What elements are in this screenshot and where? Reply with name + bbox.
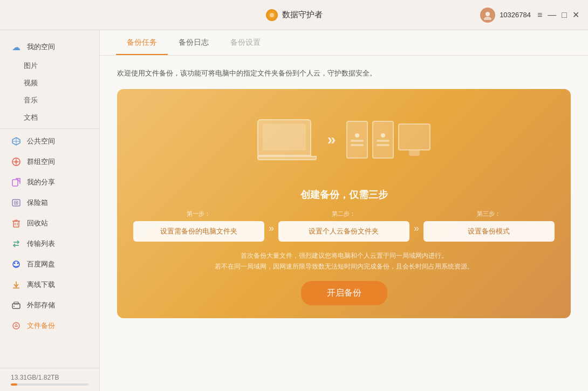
sidebar-item-external[interactable]: 外部存储 bbox=[0, 295, 99, 315]
sidebar-item-label: 公共空间 bbox=[27, 136, 55, 146]
sidebar-item-label: 群组空间 bbox=[27, 157, 55, 167]
welcome-text: 欢迎使用文件备份，该功能可将电脑中的指定文件夹备份到个人云，守护数据安全。 bbox=[117, 68, 571, 78]
tab-backup-settings[interactable]: 备份设置 bbox=[220, 30, 271, 55]
svg-point-15 bbox=[16, 202, 17, 204]
sidebar-item-label: 图片 bbox=[24, 61, 38, 71]
backup-banner: » bbox=[117, 89, 571, 318]
sidebar-item-safe[interactable]: 保险箱 bbox=[0, 193, 99, 213]
share-icon bbox=[11, 177, 22, 188]
content-body: 欢迎使用文件备份，该功能可将电脑中的指定文件夹备份到个人云，守护数据安全。 » bbox=[100, 56, 588, 391]
sidebar-item-label: 文件备份 bbox=[27, 321, 55, 331]
user-id: 10326784 bbox=[500, 11, 531, 19]
sidebar-item-videos[interactable]: 视频 bbox=[0, 74, 99, 92]
server-dot bbox=[355, 133, 359, 138]
group-icon bbox=[11, 156, 22, 167]
svg-rect-27 bbox=[14, 302, 18, 304]
banner-title: 创建备份，仅需三步 bbox=[133, 188, 555, 201]
steps-row: 第一步： 设置需备份的电脑文件夹 » 第二步： 设置个人云备份文件夹 » 第三步… bbox=[133, 210, 555, 242]
sidebar-item-pictures[interactable]: 图片 bbox=[0, 57, 99, 74]
svg-point-3 bbox=[484, 17, 491, 20]
svg-point-30 bbox=[15, 324, 17, 326]
backup-icon bbox=[11, 320, 22, 331]
svg-point-2 bbox=[486, 12, 490, 16]
avatar bbox=[480, 8, 495, 23]
sidebar: ☁ 我的空间 图片 视频 音乐 文档 公共空间 群组空间 bbox=[0, 30, 100, 391]
cloud-icon: ☁ bbox=[11, 42, 22, 52]
window-controls: ≡ — □ ✕ bbox=[537, 11, 579, 19]
external-icon bbox=[11, 300, 22, 311]
monitor-wrapper bbox=[398, 124, 430, 156]
step-1-button[interactable]: 设置需备份的电脑文件夹 bbox=[133, 221, 264, 242]
minimize-button[interactable]: — bbox=[548, 11, 556, 19]
start-backup-button[interactable]: 开启备份 bbox=[301, 281, 387, 305]
titlebar: 数据守护者 10326784 ≡ — □ ✕ bbox=[0, 0, 588, 30]
sidebar-item-label: 离线下载 bbox=[27, 280, 55, 290]
monitor-stand bbox=[409, 150, 420, 156]
tab-bar: 备份任务 备份日志 备份设置 bbox=[100, 30, 588, 56]
offline-icon bbox=[11, 279, 22, 290]
main-layout: ☁ 我的空间 图片 视频 音乐 文档 公共空间 群组空间 bbox=[0, 30, 588, 391]
public-icon bbox=[11, 136, 22, 147]
app-logo bbox=[266, 9, 278, 21]
step-2-label: 第二步： bbox=[278, 210, 409, 218]
step-3-button[interactable]: 设置备份模式 bbox=[423, 221, 555, 242]
app-title: 数据守护者 bbox=[282, 10, 323, 20]
step-3-label: 第三步： bbox=[423, 210, 555, 218]
sidebar-item-baidu[interactable]: 百度网盘 bbox=[0, 254, 99, 275]
close-button[interactable]: ✕ bbox=[572, 11, 579, 19]
sidebar-item-docs[interactable]: 文档 bbox=[0, 109, 99, 126]
sidebar-item-myspace[interactable]: ☁ 我的空间 bbox=[0, 37, 99, 57]
sidebar-item-label: 百度网盘 bbox=[27, 259, 55, 269]
sidebar-item-share[interactable]: 我的分享 bbox=[0, 172, 99, 193]
server-icon-2 bbox=[372, 121, 394, 159]
server-bar bbox=[377, 144, 389, 146]
sidebar-item-backup[interactable]: 文件备份 bbox=[0, 315, 99, 336]
transfer-icon bbox=[11, 238, 22, 249]
step-arrow-1: » bbox=[264, 210, 278, 234]
maximize-button[interactable]: □ bbox=[562, 11, 567, 19]
step-1-block: 第一步： 设置需备份的电脑文件夹 bbox=[133, 210, 264, 242]
sidebar-item-label: 外部存储 bbox=[27, 300, 55, 310]
sidebar-item-public[interactable]: 公共空间 bbox=[0, 131, 99, 152]
step-1-label: 第一步： bbox=[133, 210, 264, 218]
step-2-button[interactable]: 设置个人云备份文件夹 bbox=[278, 221, 409, 242]
svg-point-28 bbox=[13, 306, 15, 307]
sidebar-divider bbox=[0, 128, 99, 129]
laptop-screen bbox=[263, 124, 306, 150]
server-icon-1 bbox=[346, 121, 368, 159]
sidebar-item-music[interactable]: 音乐 bbox=[0, 92, 99, 109]
safe-icon bbox=[11, 197, 22, 208]
monitor-icon bbox=[398, 124, 430, 150]
arrow-right-icon: » bbox=[327, 131, 336, 148]
sidebar-item-transfer[interactable]: 传输列表 bbox=[0, 234, 99, 254]
server-bar bbox=[377, 140, 389, 142]
tab-backup-log[interactable]: 备份日志 bbox=[168, 30, 220, 55]
laptop-body bbox=[257, 119, 311, 156]
banner-illustration: » bbox=[133, 102, 555, 177]
laptop-icon bbox=[257, 119, 317, 160]
storage-progress-bar bbox=[11, 383, 88, 386]
server-bar bbox=[351, 144, 364, 146]
server-group bbox=[346, 121, 430, 159]
menu-button[interactable]: ≡ bbox=[537, 11, 542, 19]
sidebar-item-group[interactable]: 群组空间 bbox=[0, 152, 99, 172]
baidu-icon bbox=[11, 259, 22, 270]
svg-point-1 bbox=[270, 13, 274, 17]
sidebar-item-label: 音乐 bbox=[24, 95, 38, 105]
titlebar-right: 10326784 ≡ — □ ✕ bbox=[480, 8, 579, 23]
step-3-block: 第三步： 设置备份模式 bbox=[423, 210, 555, 242]
titlebar-center: 数据守护者 bbox=[266, 9, 323, 21]
sidebar-item-offline[interactable]: 离线下载 bbox=[0, 275, 99, 295]
svg-rect-16 bbox=[13, 221, 19, 227]
server-bar bbox=[351, 140, 364, 142]
storage-progress-fill bbox=[11, 383, 17, 386]
user-info[interactable]: 10326784 bbox=[480, 8, 531, 23]
server-dot bbox=[381, 133, 385, 138]
banner-note: 首次备份大量文件，强烈建议您将电脑和个人云置于同一局域网内进行。 若不在同一局域… bbox=[133, 250, 555, 272]
tab-backup-task[interactable]: 备份任务 bbox=[116, 30, 168, 55]
sidebar-item-trash[interactable]: 回收站 bbox=[0, 213, 99, 234]
step-2-block: 第二步： 设置个人云备份文件夹 bbox=[278, 210, 409, 242]
sidebar-item-label: 我的分享 bbox=[27, 177, 55, 187]
sidebar-footer: 13.31GB/1.82TB bbox=[0, 368, 99, 391]
sidebar-item-label: 文档 bbox=[24, 113, 38, 122]
